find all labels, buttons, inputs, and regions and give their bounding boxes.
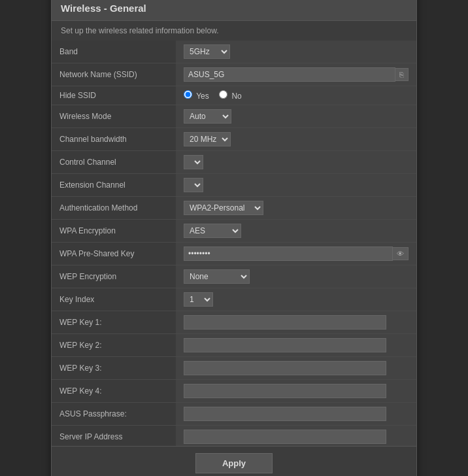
wep-key2-label: WEP Key 2: <box>52 334 176 357</box>
channel-bw-label: Channel bandwidth <box>52 128 176 151</box>
wpa-encryption-label: WPA Encryption <box>52 220 176 243</box>
wep-key1-label: WEP Key 1: <box>52 311 176 334</box>
wpa-psk-label: WPA Pre-Shared Key <box>52 243 176 265</box>
settings-table: Band 5GHz 2.4GHz Network Name (SSID) ⎘ <box>52 41 416 446</box>
key-index-row: Key Index 1 2 3 4 <box>52 288 416 311</box>
panel-title: Wireless - General <box>52 0 416 21</box>
wpa-psk-eye-icon[interactable]: 👁 <box>393 247 409 260</box>
asus-passphrase-input[interactable] <box>184 407 386 421</box>
channel-bw-row: Channel bandwidth 20 MHz 40 MHz 80 MHz <box>52 128 416 151</box>
server-ip-row: Server IP Address <box>52 426 416 447</box>
asus-passphrase-row: ASUS Passphrase: <box>52 403 416 426</box>
key-index-label: Key Index <box>52 288 176 311</box>
auth-method-label: Authentication Method <box>52 197 176 220</box>
hide-ssid-label: Hide SSID <box>52 86 176 105</box>
wpa-psk-input[interactable] <box>184 246 393 261</box>
hide-ssid-row: Hide SSID Yes No <box>52 86 416 105</box>
wpa-encryption-row: WPA Encryption AES TKIP TKIP+AES <box>52 220 416 243</box>
wpa-psk-row: WPA Pre-Shared Key 👁 <box>52 243 416 265</box>
band-select[interactable]: 5GHz 2.4GHz <box>184 44 230 59</box>
panel-footer: Apply <box>52 446 416 476</box>
control-channel-label: Control Channel <box>52 151 176 174</box>
wireless-mode-select[interactable]: Auto Legacy N only AC only <box>184 109 231 124</box>
wep-key2-input[interactable] <box>184 338 386 352</box>
control-channel-row: Control Channel <box>52 151 416 174</box>
server-ip-input[interactable] <box>184 430 386 444</box>
channel-bw-select[interactable]: 20 MHz 40 MHz 80 MHz <box>184 132 231 146</box>
hide-ssid-yes-label[interactable]: Yes <box>184 92 211 101</box>
ssid-label: Network Name (SSID) <box>52 63 176 86</box>
wep-key1-row: WEP Key 1: <box>52 311 416 334</box>
panel-description: Set up the wireless related information … <box>52 21 416 41</box>
wep-encryption-label: WEP Encryption <box>52 265 176 288</box>
auth-method-select[interactable]: WPA2-Personal Open System WPA-Personal W… <box>184 201 263 215</box>
ssid-copy-icon[interactable]: ⎘ <box>395 68 409 81</box>
apply-button[interactable]: Apply <box>195 453 273 473</box>
wep-key4-input[interactable] <box>184 384 386 398</box>
wep-key3-label: WEP Key 3: <box>52 357 176 380</box>
band-label: Band <box>52 41 176 63</box>
auth-method-row: Authentication Method WPA2-Personal Open… <box>52 197 416 220</box>
extension-channel-label: Extension Channel <box>52 174 176 197</box>
hide-ssid-no-radio[interactable] <box>219 90 227 99</box>
control-channel-select[interactable] <box>184 155 203 169</box>
extension-channel-row: Extension Channel <box>52 174 416 197</box>
server-ip-label: Server IP Address <box>52 426 176 447</box>
wireless-mode-row: Wireless Mode Auto Legacy N only AC only <box>52 105 416 128</box>
wep-encryption-select[interactable]: None WEP-64bits WEP-128bits <box>184 269 250 284</box>
wep-key4-row: WEP Key 4: <box>52 380 416 403</box>
key-index-select[interactable]: 1 2 3 4 <box>184 292 213 307</box>
band-row: Band 5GHz 2.4GHz <box>52 41 416 63</box>
wpa-encryption-select[interactable]: AES TKIP TKIP+AES <box>184 224 241 238</box>
ssid-input[interactable] <box>184 67 395 82</box>
ssid-row: Network Name (SSID) ⎘ <box>52 63 416 86</box>
wep-key3-input[interactable] <box>184 361 386 375</box>
wep-key4-label: WEP Key 4: <box>52 380 176 403</box>
wep-key1-input[interactable] <box>184 315 386 330</box>
asus-passphrase-label: ASUS Passphrase: <box>52 403 176 426</box>
hide-ssid-no-label[interactable]: No <box>219 92 242 101</box>
extension-channel-select[interactable] <box>184 178 203 192</box>
wep-encryption-row: WEP Encryption None WEP-64bits WEP-128bi… <box>52 265 416 288</box>
wep-key2-row: WEP Key 2: <box>52 334 416 357</box>
hide-ssid-yes-radio[interactable] <box>184 90 192 99</box>
wep-key3-row: WEP Key 3: <box>52 357 416 380</box>
wireless-mode-label: Wireless Mode <box>52 105 176 128</box>
